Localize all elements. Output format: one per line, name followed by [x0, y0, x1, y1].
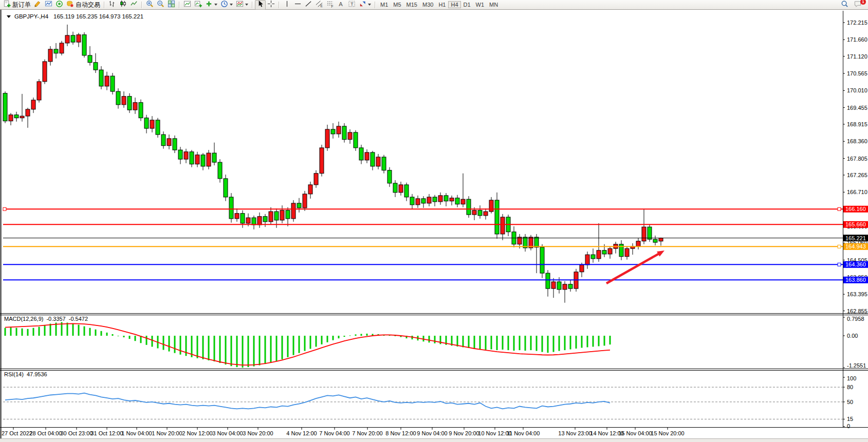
trend-arrow[interactable]: [606, 253, 661, 283]
new-chart-button[interactable]: [193, 1, 204, 9]
signal-button[interactable]: [54, 1, 65, 9]
zoom-out-button[interactable]: [155, 1, 166, 9]
fibonacci-button[interactable]: F: [325, 1, 336, 9]
line-handle[interactable]: [838, 207, 841, 210]
text-label-button[interactable]: T: [346, 1, 357, 9]
candle: [495, 200, 499, 234]
search-button[interactable]: [839, 1, 850, 9]
channel-button[interactable]: E: [314, 1, 325, 9]
indicators-list-button[interactable]: [234, 1, 250, 9]
candle: [472, 210, 476, 215]
candle: [308, 185, 312, 194]
svg-text:169.455: 169.455: [847, 105, 867, 111]
time-axis-labels[interactable]: 27 Oct 202228 Oct 04:0030 Oct 23:0031 Oc…: [2, 427, 685, 436]
price-tag-165.660: 165.660: [843, 221, 868, 228]
trendline-icon: [305, 0, 312, 9]
chart-window-button[interactable]: [43, 1, 54, 9]
candlestick-chart-button[interactable]: [118, 1, 128, 9]
candle: [648, 227, 652, 239]
tab-w1[interactable]: W1: [473, 1, 487, 8]
new-order-button[interactable]: 新订单: [2, 1, 32, 9]
candle: [195, 155, 199, 164]
trendline-button[interactable]: [303, 1, 314, 9]
candle: [54, 49, 58, 53]
toolbar-separator: [104, 2, 105, 8]
text-button[interactable]: A: [336, 1, 346, 9]
svg-text:15 Nov 04:00: 15 Nov 04:00: [618, 430, 652, 436]
period-clock-button[interactable]: [219, 1, 234, 9]
candle: [602, 251, 606, 254]
tab-h1[interactable]: H1: [436, 1, 448, 8]
candle: [201, 155, 205, 166]
rsi-axis-label: 0: [847, 423, 850, 429]
candle: [421, 199, 426, 203]
arrows-button[interactable]: [357, 1, 373, 9]
candle: [144, 118, 149, 128]
svg-text:171.120: 171.120: [847, 53, 867, 60]
tab-mn[interactable]: MN: [487, 1, 501, 8]
line-handle[interactable]: [838, 263, 841, 266]
horizontal-line-button[interactable]: [292, 1, 303, 9]
candle: [303, 194, 307, 208]
chart-area[interactable]: 172.215171.660171.120170.565170.010169.4…: [0, 0, 868, 442]
toolbar-separator: [179, 2, 180, 8]
candle: [489, 200, 493, 212]
clock-icon: [220, 0, 228, 9]
svg-text:172.215: 172.215: [847, 20, 867, 26]
candle: [173, 139, 177, 150]
vertical-line-button[interactable]: [282, 1, 292, 9]
candle: [337, 126, 341, 134]
trend-arrow-head[interactable]: [657, 251, 664, 257]
add-indicator-button[interactable]: [204, 1, 219, 9]
candle: [365, 152, 369, 160]
candle: [263, 217, 267, 222]
chart-window-icon: [45, 0, 52, 9]
candle: [557, 282, 561, 290]
zoom-in-button[interactable]: [144, 1, 155, 9]
cursor-button[interactable]: [255, 0, 266, 10]
tab-d1[interactable]: D1: [461, 1, 473, 8]
candle: [122, 97, 126, 105]
tab-m5[interactable]: M5: [391, 1, 403, 8]
svg-text:8 Nov 12:00: 8 Nov 12:00: [385, 430, 416, 436]
candle: [218, 162, 222, 179]
text-label-icon: T: [348, 0, 356, 9]
autotrade-button[interactable]: 自动交易: [65, 1, 102, 9]
chart-profile-button[interactable]: [182, 1, 193, 9]
candle: [636, 241, 640, 246]
crayon-button[interactable]: [32, 1, 43, 9]
notifications-button[interactable]: 1: [852, 1, 863, 9]
bar-chart-icon: [108, 0, 116, 9]
candle: [116, 91, 120, 105]
toolbar-separator: [375, 2, 376, 8]
tab-m1[interactable]: M1: [378, 1, 391, 8]
candle: [540, 247, 544, 273]
tile-windows-button[interactable]: [166, 1, 177, 9]
svg-text:9 Nov 20:00: 9 Nov 20:00: [449, 430, 479, 436]
tab-h4[interactable]: H4: [448, 1, 460, 8]
svg-text:168.360: 168.360: [847, 138, 867, 144]
vertical-line-icon: [283, 0, 291, 9]
svg-text:E: E: [320, 4, 323, 8]
line-handle[interactable]: [838, 245, 841, 248]
candle: [416, 199, 420, 205]
title-collapse-icon[interactable]: [7, 15, 11, 18]
indicators-list-icon: [236, 0, 244, 9]
candle: [354, 132, 358, 148]
line-chart-icon: [130, 0, 138, 9]
notification-badge: 1: [860, 0, 866, 5]
candle: [585, 255, 589, 265]
candle: [269, 212, 273, 222]
line-handle[interactable]: [3, 207, 6, 210]
candle: [274, 212, 279, 220]
candle: [484, 212, 488, 216]
candle: [82, 35, 86, 55]
bar-chart-button[interactable]: [107, 1, 118, 9]
candle: [433, 197, 437, 202]
tab-m15[interactable]: M15: [404, 1, 420, 8]
macd-axis-label: -1.2551: [847, 362, 866, 369]
tab-m30[interactable]: M30: [420, 1, 436, 8]
candle: [619, 244, 623, 257]
crosshair-button[interactable]: [266, 1, 276, 9]
line-chart-button[interactable]: [128, 1, 139, 9]
